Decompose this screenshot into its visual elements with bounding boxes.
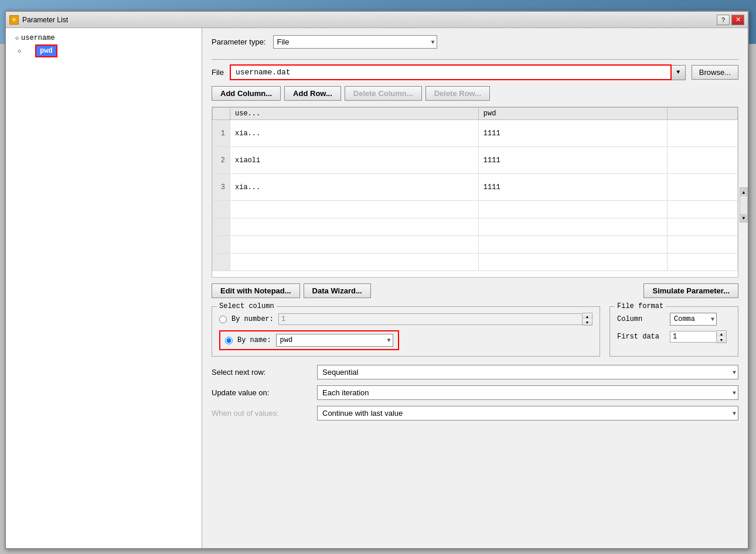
file-row: File ▼ Browse... bbox=[212, 64, 738, 80]
divider-1 bbox=[212, 59, 738, 60]
scroll-down-arrow[interactable]: ▼ bbox=[740, 214, 747, 222]
data-wizard-button[interactable]: Data Wizard... bbox=[304, 283, 371, 298]
edit-notepad-button[interactable]: Edit with Notepad... bbox=[212, 283, 300, 298]
format-first-data-row: First data ▲ ▼ bbox=[617, 330, 731, 343]
format-first-data-label: First data bbox=[617, 333, 664, 341]
delete-column-button[interactable]: Delete Column... bbox=[345, 86, 422, 101]
row-2-col1: xiaoli bbox=[230, 147, 479, 174]
close-button[interactable]: ✕ bbox=[731, 15, 744, 25]
dialog-title-left: ⊞ Parameter List bbox=[9, 15, 68, 25]
dialog-window: ⊞ Parameter List ? ✕ ◇ username ◇ pwd Pa… bbox=[5, 11, 749, 549]
by-number-input[interactable] bbox=[278, 313, 583, 325]
comma-select[interactable]: Comma Tab Space bbox=[670, 313, 717, 326]
update-value-label: Update value on: bbox=[212, 388, 311, 397]
help-button[interactable]: ? bbox=[717, 15, 730, 25]
table-row-empty-2 bbox=[213, 218, 738, 236]
param-type-label: Parameter type: bbox=[212, 37, 266, 46]
by-name-radio[interactable] bbox=[225, 337, 233, 344]
row-2-extra bbox=[668, 147, 738, 174]
table-row-empty bbox=[213, 201, 738, 218]
select-next-row-select[interactable]: Sequential Random Unique bbox=[317, 365, 738, 379]
tree-pwd-icon: ◇ bbox=[18, 47, 21, 54]
table-header-pwd: pwd bbox=[478, 108, 667, 120]
by-name-label[interactable]: By name: bbox=[237, 336, 271, 344]
scroll-track bbox=[740, 196, 747, 214]
first-data-spin-down[interactable]: ▼ bbox=[717, 337, 726, 343]
dialog-body: ◇ username ◇ pwd Parameter type: File CS… bbox=[6, 28, 748, 548]
table-header-empty bbox=[213, 108, 230, 120]
by-name-highlighted: By name: pwd username bbox=[219, 330, 399, 350]
scroll-up-arrow[interactable]: ▲ bbox=[740, 188, 747, 196]
table-row-empty-4 bbox=[213, 254, 738, 271]
comma-select-wrapper: Comma Tab Space bbox=[670, 313, 717, 326]
first-data-input[interactable] bbox=[670, 331, 717, 343]
row-num-2: 2 bbox=[213, 147, 230, 174]
update-value-row: Update value on: Each iteration Each occ… bbox=[212, 385, 738, 400]
select-column-legend: Select column bbox=[217, 302, 277, 310]
bottom-sections: Select column By number: ▲ ▼ bbox=[212, 306, 738, 357]
add-column-button[interactable]: Add Column... bbox=[212, 86, 281, 101]
param-type-select[interactable]: File CSV User Defined List Table bbox=[273, 35, 437, 49]
when-out-select-wrapper: Continue with last value Abort user Cycl… bbox=[317, 406, 738, 420]
by-name-select-wrapper: pwd username bbox=[276, 334, 393, 347]
data-table: use... pwd 1 xia... 1111 2 bbox=[212, 107, 738, 271]
tree-item-username[interactable]: ◇ username bbox=[13, 33, 197, 43]
update-value-select[interactable]: Each iteration Each occurrence Once bbox=[317, 385, 738, 400]
file-input[interactable] bbox=[230, 64, 672, 80]
select-column-group: Select column By number: ▲ ▼ bbox=[212, 306, 600, 357]
table-row[interactable]: 2 xiaoli 1111 bbox=[213, 147, 738, 174]
add-row-button[interactable]: Add Row... bbox=[284, 86, 341, 101]
scrollbar[interactable]: ▲ ▼ bbox=[740, 187, 748, 223]
dialog-controls: ? ✕ bbox=[717, 15, 744, 25]
select-next-row-row: Select next row: Sequential Random Uniqu… bbox=[212, 365, 738, 379]
when-out-label: When out of values: bbox=[212, 409, 311, 418]
table-row-empty-3 bbox=[213, 236, 738, 254]
left-panel: ◇ username ◇ pwd bbox=[6, 28, 202, 548]
table-button-row: Add Column... Add Row... Delete Column..… bbox=[212, 86, 738, 101]
update-value-select-wrapper: Each iteration Each occurrence Once bbox=[317, 385, 738, 400]
by-name-row: By name: pwd username bbox=[219, 330, 592, 350]
dialog-title: Parameter List bbox=[22, 16, 68, 24]
when-out-row: When out of values: Continue with last v… bbox=[212, 406, 738, 420]
row-1-col1: xia... bbox=[230, 120, 479, 147]
file-label: File bbox=[212, 68, 224, 77]
by-name-select[interactable]: pwd username bbox=[276, 334, 393, 347]
tree-pwd-label[interactable]: pwd bbox=[35, 45, 57, 57]
by-number-row: By number: ▲ ▼ bbox=[219, 313, 592, 326]
by-number-spinners: ▲ ▼ bbox=[583, 313, 592, 326]
param-type-row: Parameter type: File CSV User Defined Li… bbox=[212, 35, 738, 49]
when-out-select[interactable]: Continue with last value Abort user Cycl… bbox=[317, 406, 738, 420]
delete-row-button[interactable]: Delete Row... bbox=[425, 86, 490, 101]
first-data-spinners: ▲ ▼ bbox=[717, 330, 727, 343]
simulate-parameter-button[interactable]: Simulate Parameter... bbox=[643, 283, 738, 298]
tree-username-label: username bbox=[21, 34, 55, 42]
row-num-1: 1 bbox=[213, 120, 230, 147]
select-next-row-label: Select next row: bbox=[212, 368, 311, 377]
tree-item-pwd[interactable]: ◇ pwd bbox=[11, 43, 197, 59]
row-3-col2: 1111 bbox=[478, 174, 667, 201]
right-panel: Parameter type: File CSV User Defined Li… bbox=[202, 28, 748, 548]
row-3-col1: xia... bbox=[230, 174, 479, 201]
by-number-spin-up[interactable]: ▲ bbox=[583, 313, 592, 319]
table-row[interactable]: 3 xia... 1111 bbox=[213, 174, 738, 201]
select-next-row-select-wrapper: Sequential Random Unique bbox=[317, 365, 738, 379]
dialog-icon: ⊞ bbox=[9, 15, 19, 25]
param-type-select-wrapper: File CSV User Defined List Table bbox=[273, 35, 437, 49]
format-column-label: Column bbox=[617, 315, 664, 323]
by-number-label[interactable]: By number: bbox=[231, 315, 274, 323]
by-number-input-wrapper: ▲ ▼ bbox=[278, 313, 592, 326]
tree-expand-icon: ◇ bbox=[15, 35, 19, 42]
by-number-radio[interactable] bbox=[219, 316, 227, 323]
table-row[interactable]: 1 xia... 1111 bbox=[213, 120, 738, 147]
format-column-row: Column Comma Tab Space bbox=[617, 313, 731, 326]
row-num-3: 3 bbox=[213, 174, 230, 201]
first-data-input-group: ▲ ▼ bbox=[670, 330, 727, 343]
first-data-spin-up[interactable]: ▲ bbox=[717, 331, 726, 337]
browse-button[interactable]: Browse... bbox=[692, 65, 738, 80]
table-header-extra bbox=[668, 108, 738, 120]
by-number-spin-down[interactable]: ▼ bbox=[583, 319, 592, 325]
edit-btn-row: Edit with Notepad... Data Wizard... Simu… bbox=[212, 283, 738, 298]
row-2-col2: 1111 bbox=[478, 147, 667, 174]
file-dropdown-btn[interactable]: ▼ bbox=[672, 65, 686, 80]
dialog-icon-text: ⊞ bbox=[13, 17, 16, 22]
